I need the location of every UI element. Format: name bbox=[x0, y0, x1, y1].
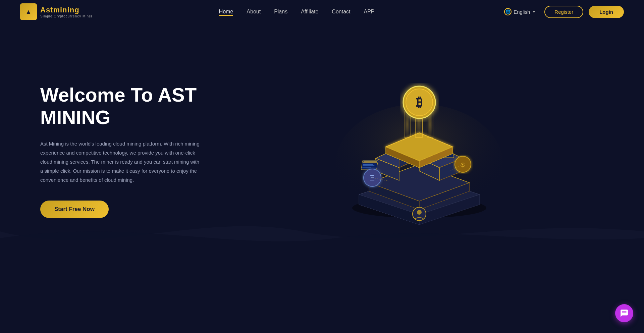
nav-right: 🌐 English ▼ Register Login bbox=[501, 6, 624, 18]
chevron-down-icon: ▼ bbox=[532, 10, 536, 14]
hero-left: Welcome To AST MINING Ast Mining is the … bbox=[40, 84, 215, 218]
nav-link-plans[interactable]: Plans bbox=[274, 9, 287, 14]
nav-item-plans[interactable]: Plans bbox=[274, 9, 287, 15]
nav-item-contact[interactable]: Contact bbox=[332, 9, 350, 15]
language-selector[interactable]: 🌐 English ▼ bbox=[501, 6, 539, 17]
language-label: English bbox=[514, 9, 530, 15]
nav-link-contact[interactable]: Contact bbox=[332, 9, 350, 14]
nav-link-app[interactable]: APP bbox=[364, 9, 375, 14]
register-button[interactable]: Register bbox=[544, 6, 583, 18]
logo[interactable]: Astmining Simple Cryptocurrency Miner bbox=[20, 3, 93, 20]
mining-illustration: ₿ Ξ $ bbox=[332, 64, 506, 238]
globe-icon: 🌐 bbox=[504, 8, 512, 15]
svg-rect-15 bbox=[363, 161, 377, 163]
hero-description: Ast Mining is the world's leading cloud … bbox=[40, 139, 201, 184]
nav-links: Home About Plans Affiliate Contact APP bbox=[219, 9, 375, 15]
nav-link-about[interactable]: About bbox=[247, 9, 261, 14]
logo-subtitle: Simple Cryptocurrency Miner bbox=[40, 14, 93, 18]
svg-rect-17 bbox=[363, 165, 375, 166]
chat-icon bbox=[620, 309, 629, 318]
nav-link-home[interactable]: Home bbox=[219, 9, 233, 16]
nav-link-affiliate[interactable]: Affiliate bbox=[301, 9, 318, 14]
hero-right: ₿ Ξ $ bbox=[215, 54, 624, 248]
nav-item-affiliate[interactable]: Affiliate bbox=[301, 9, 318, 15]
nav-item-app[interactable]: APP bbox=[364, 9, 375, 15]
nav-item-home[interactable]: Home bbox=[219, 9, 233, 15]
logo-text: Astmining Simple Cryptocurrency Miner bbox=[40, 6, 93, 18]
svg-rect-18 bbox=[362, 167, 371, 168]
hero-title: Welcome To AST MINING bbox=[40, 84, 215, 128]
hero-title-line2: MINING bbox=[40, 106, 110, 128]
logo-title-normal: Astminin bbox=[40, 6, 74, 14]
logo-title: Astmining bbox=[40, 6, 93, 14]
svg-rect-16 bbox=[363, 164, 373, 165]
start-free-now-button[interactable]: Start Free Now bbox=[40, 201, 109, 218]
svg-point-38 bbox=[417, 210, 422, 215]
navbar: Astmining Simple Cryptocurrency Miner Ho… bbox=[0, 0, 644, 23]
svg-text:$: $ bbox=[461, 162, 465, 168]
hero-section: Welcome To AST MINING Ast Mining is the … bbox=[0, 23, 644, 258]
login-button[interactable]: Login bbox=[589, 6, 624, 18]
hero-title-line1: Welcome To AST bbox=[40, 84, 197, 106]
nav-item-about[interactable]: About bbox=[247, 9, 261, 15]
logo-icon bbox=[20, 3, 37, 20]
chat-support-button[interactable] bbox=[615, 304, 633, 322]
svg-text:₿: ₿ bbox=[416, 95, 423, 109]
logo-title-highlight: g bbox=[74, 6, 79, 14]
